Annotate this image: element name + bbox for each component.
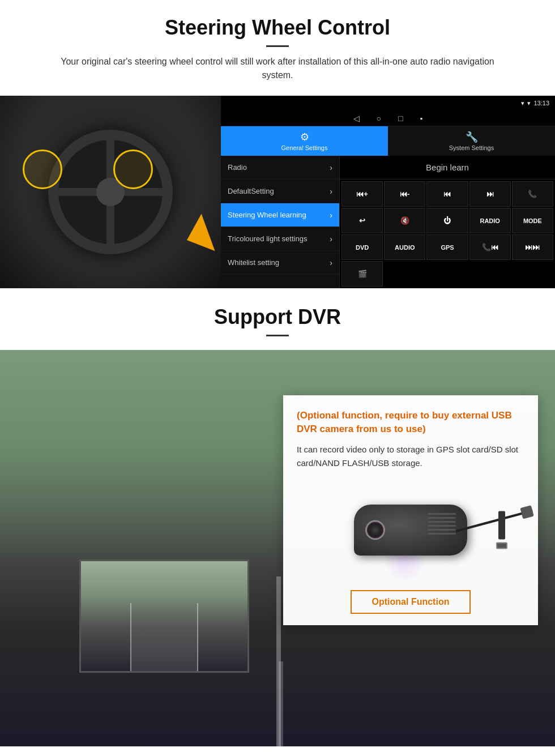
back-nav-icon[interactable]: ◁ <box>353 114 360 123</box>
signal-icon: ▾ <box>521 100 524 107</box>
title-divider <box>266 45 289 47</box>
chevron-icon-2: › <box>330 187 332 196</box>
chevron-icon-4: › <box>330 234 332 244</box>
menu-label-tricoloured: Tricoloured light settings <box>228 234 307 243</box>
ctrl-btn-dvd[interactable]: DVD <box>341 234 383 260</box>
page-title: Steering Wheel Control <box>23 16 532 40</box>
ctrl-btn-back[interactable]: ↩ <box>341 208 383 233</box>
section-dvr: Support DVR (Optional function, require … <box>0 288 555 746</box>
menu-item-steering-wheel[interactable]: Steering Wheel learning › <box>221 203 339 227</box>
ctrl-btn-extra[interactable]: 🎬 <box>341 261 383 287</box>
tab-system-label: System Settings <box>449 144 494 151</box>
camera-preview-inset <box>79 559 249 673</box>
menu-label-whitelist: Whitelist setting <box>228 258 279 267</box>
menu-label-radio: Radio <box>228 163 247 172</box>
dvr-background: (Optional function, require to buy exter… <box>0 350 555 746</box>
android-tab-bar: ⚙ General Settings 🔧 System Settings <box>221 126 555 156</box>
chevron-icon-5: › <box>330 258 332 267</box>
recents-nav-icon[interactable]: □ <box>398 114 403 123</box>
status-bar: ▾ ▾ 13:13 <box>221 96 555 110</box>
tab-general-settings[interactable]: ⚙ General Settings <box>221 126 388 156</box>
ctrl-btn-phone-prev[interactable]: 📞⏮ <box>469 234 511 260</box>
menu-item-tricoloured[interactable]: Tricoloured light settings › <box>221 227 339 251</box>
tab-general-label: General Settings <box>281 144 328 151</box>
steering-wheel-photo <box>0 96 221 288</box>
ctrl-btn-next2[interactable]: ⏭⏭ <box>512 234 553 260</box>
dvr-header: Support DVR <box>0 288 555 350</box>
dvr-cable <box>455 509 532 532</box>
steering-wheel <box>48 130 173 254</box>
status-icons: ▾ ▾ 13:13 <box>521 100 549 107</box>
tab-system-settings[interactable]: 🔧 System Settings <box>388 126 555 156</box>
ctrl-btn-prev[interactable]: ⏮ <box>426 181 468 207</box>
dvr-card-title: (Optional function, require to buy exter… <box>297 409 524 436</box>
chevron-icon-3: › <box>330 211 332 220</box>
menu-item-defaultsetting[interactable]: DefaultSetting › <box>221 180 339 203</box>
highlight-right <box>113 150 153 189</box>
wifi-icon: ▾ <box>527 100 531 107</box>
right-panel: Begin learn ⏮+ ⏮- ⏮ ⏭ 📞 ↩ 🔇 ⏻ R <box>340 156 555 288</box>
chevron-icon: › <box>330 163 332 172</box>
ctrl-btn-vol-minus[interactable]: ⏮- <box>384 181 425 207</box>
system-icon: 🔧 <box>466 131 478 143</box>
android-screen: ▾ ▾ 13:13 ◁ ○ □ ▪ ⚙ General Settings 🔧 <box>221 96 555 288</box>
android-nav-bar: ◁ ○ □ ▪ <box>221 110 555 126</box>
home-nav-icon[interactable]: ○ <box>377 114 381 123</box>
control-button-grid: ⏮+ ⏮- ⏮ ⏭ 📞 ↩ 🔇 ⏻ RADIO MODE DVD AUDIO <box>340 180 555 288</box>
dvr-device-area <box>297 479 524 581</box>
menu-nav-icon[interactable]: ▪ <box>420 114 422 123</box>
dvr-device <box>354 505 467 556</box>
ctrl-btn-gps[interactable]: GPS <box>426 234 468 260</box>
section-header-steering: Steering Wheel Control Your original car… <box>0 0 555 88</box>
section-subtitle: Your original car's steering wheel contr… <box>45 55 510 82</box>
steering-demo: ▾ ▾ 13:13 ◁ ○ □ ▪ ⚙ General Settings 🔧 <box>0 96 555 288</box>
section-steering: Steering Wheel Control Your original car… <box>0 0 555 288</box>
dvr-title: Support DVR <box>23 305 532 329</box>
ctrl-btn-radio[interactable]: RADIO <box>469 208 511 233</box>
dvr-divider <box>266 335 289 336</box>
gear-icon: ⚙ <box>300 131 309 143</box>
yellow-arrow <box>159 213 215 266</box>
begin-learn-button[interactable]: Begin learn <box>426 163 469 172</box>
ctrl-btn-phone[interactable]: 📞 <box>512 181 553 207</box>
ctrl-btn-mode[interactable]: MODE <box>512 208 553 233</box>
status-time: 13:13 <box>533 100 549 106</box>
dvr-lens <box>365 520 385 540</box>
android-content: Radio › DefaultSetting › Steering Wheel … <box>221 156 555 288</box>
begin-learn-row: Begin learn <box>340 156 555 180</box>
dvr-card-body: It can record video only to storage in G… <box>297 443 524 470</box>
ctrl-btn-audio[interactable]: AUDIO <box>384 234 425 260</box>
ctrl-btn-power[interactable]: ⏻ <box>426 208 468 233</box>
highlight-left <box>23 150 62 189</box>
optional-function-button[interactable]: Optional Function <box>351 590 471 614</box>
menu-label-steering: Steering Wheel learning <box>228 211 306 219</box>
ctrl-btn-next[interactable]: ⏭ <box>469 181 511 207</box>
optional-btn-wrapper: Optional Function <box>297 590 524 614</box>
menu-label-default: DefaultSetting <box>228 187 274 195</box>
ctrl-btn-mute[interactable]: 🔇 <box>384 208 425 233</box>
menu-item-whitelist[interactable]: Whitelist setting › <box>221 251 339 275</box>
menu-item-radio[interactable]: Radio › <box>221 156 339 180</box>
ctrl-btn-vol-plus[interactable]: ⏮+ <box>341 181 383 207</box>
dvr-info-card: (Optional function, require to buy exter… <box>283 395 538 625</box>
menu-panel: Radio › DefaultSetting › Steering Wheel … <box>221 156 340 288</box>
